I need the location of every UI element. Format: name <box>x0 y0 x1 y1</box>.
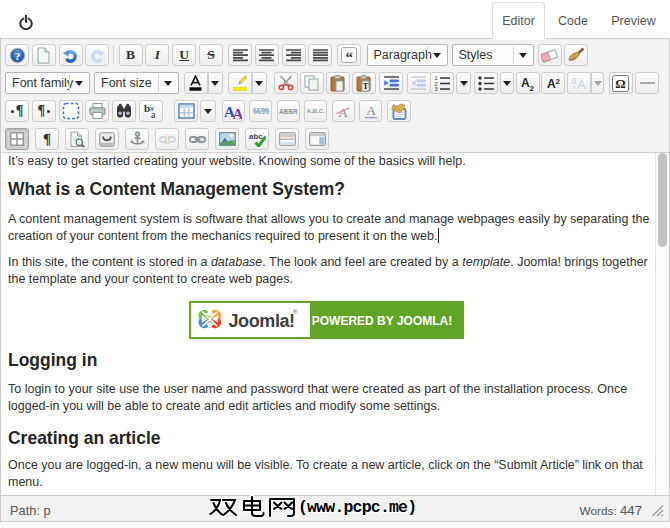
svg-text:abc: abc <box>249 132 263 141</box>
svg-text:Joomla!: Joomla! <box>229 311 295 331</box>
svg-text:POWERED BY JOOMLA!: POWERED BY JOOMLA! <box>312 314 452 328</box>
svg-text:“: “ <box>345 49 353 63</box>
svg-text:®: ® <box>293 309 297 315</box>
svg-text:2: 2 <box>555 76 560 85</box>
svg-text:a: a <box>151 109 156 119</box>
svg-text:T: T <box>362 81 368 91</box>
svg-text:b: b <box>144 103 150 114</box>
svg-text:A: A <box>366 103 376 118</box>
svg-text:2: 2 <box>530 83 535 91</box>
svg-text:A: A <box>577 77 586 91</box>
svg-text:3: 3 <box>435 86 438 91</box>
svg-text:?: ? <box>14 49 20 61</box>
svg-text:A: A <box>233 105 243 119</box>
svg-text:Ω: Ω <box>615 76 625 91</box>
